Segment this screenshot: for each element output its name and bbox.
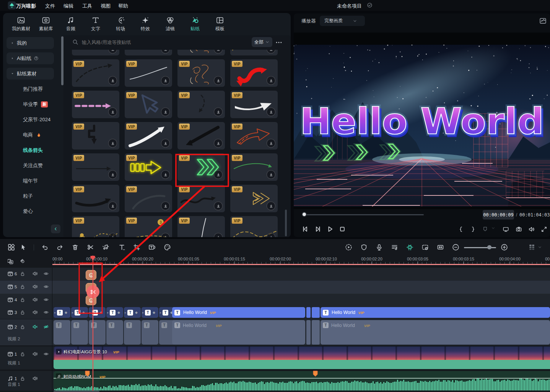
sticker-card-r5c1[interactable]: VIP [125,185,172,212]
menu-item-1[interactable]: 编辑 [63,3,73,10]
sidebar-group-0[interactable]: 我的 [7,37,54,49]
text-clip-small-dim-5[interactable]: T [142,320,158,345]
clip-marker-0[interactable] [85,371,90,377]
play-button[interactable] [326,225,334,233]
download-button[interactable] [161,107,170,116]
download-button[interactable] [108,76,117,85]
sidebar-item-7[interactable]: 粒子 [23,193,33,200]
mirror-display-button[interactable] [503,226,509,233]
tab-filters[interactable]: 滤镜 [158,16,182,33]
text-clip-hello-1[interactable]: THello WorldVIP [321,307,550,318]
text-clip-frag-0[interactable] [306,307,311,318]
grid-scrollbar[interactable] [285,210,287,236]
download-button[interactable] [214,202,223,210]
text-tool-button[interactable] [118,244,125,251]
text-clip-hello-dim-0[interactable]: THello WorldVIP [172,320,305,345]
clip-marker-1[interactable] [313,371,318,377]
menu-item-0[interactable]: 文件 [45,3,55,10]
download-button[interactable] [161,139,170,148]
sticker-card-r6c0[interactable]: VIP [72,216,119,237]
sidebar-item-8[interactable]: 爱心 [23,208,33,215]
render-preview-button[interactable] [360,244,368,251]
sticker-card-r3c0[interactable]: VIP [72,122,119,150]
marker-chevron-icon[interactable] [491,226,495,230]
filter-dropdown[interactable]: 全部 [252,37,272,47]
auto-ripple-button[interactable] [437,244,444,251]
crop-button[interactable] [133,244,140,251]
marker-button[interactable] [482,226,488,233]
download-button[interactable] [267,107,275,116]
download-button[interactable] [267,202,275,210]
redo-button[interactable] [56,244,63,251]
sidebar-group-1[interactable]: AI贴纸 [7,52,54,64]
more-options-button[interactable] [275,39,282,46]
download-button[interactable] [108,170,117,179]
track-mute-button[interactable] [32,297,38,303]
sticker-clip-0[interactable] [86,270,96,280]
sticker-card-r3c1[interactable]: VIP [125,122,172,150]
sidebar-item-5[interactable]: 关注点赞 [23,162,43,169]
text-clip-small-3[interactable]: ▸T◆ [106,307,123,318]
speed-ramp-button[interactable] [345,244,352,251]
sticker-card-r6c1[interactable]: 3VIP [125,216,172,237]
text-clip-small-0[interactable]: ▸T◆ [54,307,70,318]
sticker-card-r1c1[interactable]: VIP [125,59,172,87]
track-lock-button[interactable] [20,284,25,290]
fullscreen-button[interactable] [541,226,547,233]
track-height-button[interactable] [528,244,535,251]
undo-button[interactable] [41,244,49,251]
sticker-card-r0c2[interactable]: VIP [177,50,225,55]
add-track-button[interactable] [8,259,14,265]
sticker-card-r5c3[interactable]: VIP [230,185,278,212]
quality-dropdown[interactable]: 完整画质 [320,16,365,26]
text-clip-frag-1[interactable] [312,307,320,318]
track-height-chevron-icon[interactable] [538,245,542,249]
download-button[interactable] [214,107,223,116]
track-mute-button[interactable] [32,351,38,357]
sidebar-item-3[interactable]: 电商 [23,132,42,138]
search-input[interactable] [81,37,228,47]
timeline-zoom-handle[interactable] [487,245,491,249]
speech-to-text-button[interactable] [148,244,156,251]
sticker-card-r3c2[interactable]: VIP [177,122,225,150]
tab-my-media[interactable]: 我的素材 [9,16,33,33]
text-clip-frag-dim-0[interactable] [306,320,311,345]
download-button[interactable] [214,139,223,148]
tab-effects[interactable]: 特效 [133,16,158,33]
tab-template[interactable]: 模板 [208,16,232,33]
split-button[interactable] [87,244,94,251]
track-mute-button[interactable] [32,324,38,330]
download-button[interactable] [161,76,170,85]
tab-text[interactable]: 文字 [83,16,108,33]
text-clip-small-dim-1[interactable]: T [71,320,88,345]
mark-out-button[interactable] [470,226,476,233]
performance-monitor-icon[interactable] [539,17,547,24]
text-clip-frag-dim-1[interactable] [312,320,320,345]
download-button[interactable] [267,139,275,148]
audio-edit-button[interactable] [102,244,109,251]
voiceover-button[interactable] [376,244,383,251]
text-clip-small-dim-0[interactable]: T [54,320,70,345]
sidebar-item-0[interactable]: 热门推荐 [23,86,43,93]
track-mute-button[interactable] [32,284,38,290]
download-button[interactable] [267,170,275,179]
sticker-card-r4c2[interactable]: VIP [177,153,225,181]
track-visibility-button[interactable] [43,324,49,330]
download-button[interactable] [214,170,223,179]
text-clip-small-dim-2[interactable]: T [89,320,106,345]
select-tool-button[interactable] [20,244,27,251]
track-visibility-button[interactable] [43,297,49,303]
tab-transition[interactable]: 转场 [108,16,133,33]
menu-item-4[interactable]: 帮助 [118,3,128,10]
download-button[interactable] [108,202,117,210]
sidebar-item-4[interactable]: 线条箭头 [23,147,43,154]
text-clip-small-dim-4[interactable]: T [124,320,141,345]
text-clip-hello-dim-1[interactable]: THello WorldVIP [321,320,550,345]
color-palette-button[interactable] [164,244,171,251]
magnet-button[interactable] [20,259,26,265]
sticker-card-r1c3[interactable]: VIP [230,59,278,87]
track-lock-button[interactable] [20,310,25,315]
snapshot-button[interactable] [516,226,522,233]
playhead-handle[interactable] [90,255,96,260]
track-lane-v5[interactable] [0,281,550,294]
